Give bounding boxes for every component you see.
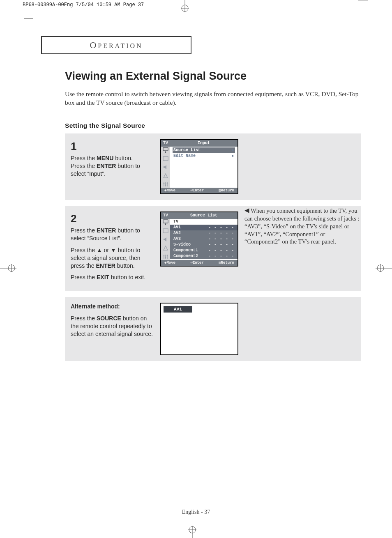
svg-rect-25 bbox=[163, 229, 168, 233]
crop-mark-left bbox=[0, 262, 16, 274]
sound-icon bbox=[162, 164, 169, 170]
setup-icon bbox=[162, 253, 169, 260]
crop-mark-right bbox=[376, 262, 392, 274]
return-hint: ▥Return bbox=[219, 260, 234, 265]
page-title: Viewing an External Signal Source bbox=[65, 70, 361, 83]
section-tab: OPERATION bbox=[41, 36, 191, 54]
channel-icon bbox=[162, 245, 169, 251]
section-tab-label: PERATION bbox=[98, 42, 143, 49]
svg-point-20 bbox=[165, 184, 166, 186]
print-header: BP68-00399A-00Eng 7/5/04 10:59 AM Page 3… bbox=[23, 2, 144, 8]
step-1-number: 1 bbox=[71, 139, 153, 154]
osd-icon-rail bbox=[161, 219, 170, 260]
osd-row-edit-name[interactable]: Edit Name ▶ bbox=[173, 153, 235, 159]
svg-point-29 bbox=[164, 255, 165, 256]
step-1-text: 1 Press the MENU button. Press the ENTER… bbox=[71, 139, 153, 182]
play-arrow-icon: ▶ bbox=[232, 148, 234, 152]
osd-row-s-video[interactable]: S-Video- - - - - bbox=[170, 242, 238, 248]
page-frame-line-top bbox=[358, 0, 368, 0]
osd-row-av3[interactable]: AV3- - - - - bbox=[170, 236, 238, 242]
svg-point-24 bbox=[165, 224, 166, 225]
svg-rect-12 bbox=[163, 147, 168, 151]
osd-row-av2[interactable]: AV2- - - - - bbox=[170, 230, 238, 236]
svg-rect-22 bbox=[163, 220, 168, 223]
enter-hint: ⏎Enter bbox=[190, 260, 203, 265]
enter-hint: ⏎Enter bbox=[190, 188, 203, 193]
channel-icon bbox=[162, 172, 169, 179]
osd-row-source-list[interactable]: Source List ▶ bbox=[173, 147, 235, 153]
osd-title: Input bbox=[170, 141, 238, 145]
osd-footer: ◆Move ⏎Enter ▥Return bbox=[161, 260, 238, 266]
osd-row-component2[interactable]: Component2- - - - - bbox=[170, 253, 238, 259]
svg-point-30 bbox=[165, 257, 166, 258]
corner-mark bbox=[24, 18, 33, 28]
intro-text: Use the remote control to switch between… bbox=[65, 90, 361, 107]
input-icon bbox=[162, 147, 169, 153]
sound-icon bbox=[162, 236, 169, 243]
play-arrow-icon: ▶ bbox=[232, 154, 234, 158]
move-hint: ◆Move bbox=[164, 260, 175, 265]
step-2-text: 2 Press the ENTER button to select “Sour… bbox=[71, 212, 153, 285]
osd-row-tv[interactable]: TV bbox=[170, 219, 238, 225]
svg-point-14 bbox=[165, 152, 166, 153]
osd-row-av1[interactable]: AV1- - - - - bbox=[170, 225, 238, 230]
step-2-number: 2 bbox=[71, 212, 153, 226]
return-hint: ▥Return bbox=[219, 188, 234, 193]
svg-point-31 bbox=[167, 255, 168, 256]
osd-source-list: TV Source List TV AV1- - - - -AV2- - - -… bbox=[160, 212, 238, 267]
side-note: ◀When you connect equipment to the TV, y… bbox=[244, 207, 360, 246]
crop-mark-top bbox=[179, 0, 191, 12]
input-icon bbox=[162, 219, 169, 225]
osd-tv-badge: TV bbox=[161, 141, 170, 145]
picture-icon bbox=[162, 228, 169, 234]
osd-row-component1[interactable]: Component1- - - - - bbox=[170, 248, 238, 253]
alternate-method-card: Alternate method: Press the SOURCE butto… bbox=[65, 297, 361, 361]
osd-icon-rail bbox=[161, 147, 170, 188]
osd-source-banner: AV1 bbox=[160, 303, 238, 355]
crop-mark-bottom bbox=[186, 526, 198, 538]
osd-input-menu: TV Input Source List ▶ Edit bbox=[160, 139, 238, 194]
page-frame-line-right bbox=[368, 0, 368, 517]
move-hint: ◆Move bbox=[164, 188, 175, 193]
osd-title: Source List bbox=[170, 213, 238, 218]
step-1-card: 1 Press the MENU button. Press the ENTER… bbox=[65, 133, 361, 200]
setup-icon bbox=[162, 181, 169, 188]
page-footer: English - 37 bbox=[0, 509, 392, 515]
setting-subhead: Setting the Signal Source bbox=[65, 122, 361, 129]
svg-point-21 bbox=[167, 182, 168, 184]
osd-tv-badge: TV bbox=[161, 213, 170, 218]
picture-icon bbox=[162, 155, 169, 162]
osd-footer: ◆Move ⏎Enter ▥Return bbox=[161, 188, 238, 193]
source-banner-label: AV1 bbox=[164, 306, 192, 313]
svg-point-19 bbox=[164, 183, 165, 184]
left-arrow-icon: ◀ bbox=[244, 207, 249, 214]
alternate-method-text: Alternate method: Press the SOURCE butto… bbox=[71, 303, 153, 342]
svg-rect-15 bbox=[163, 156, 168, 161]
